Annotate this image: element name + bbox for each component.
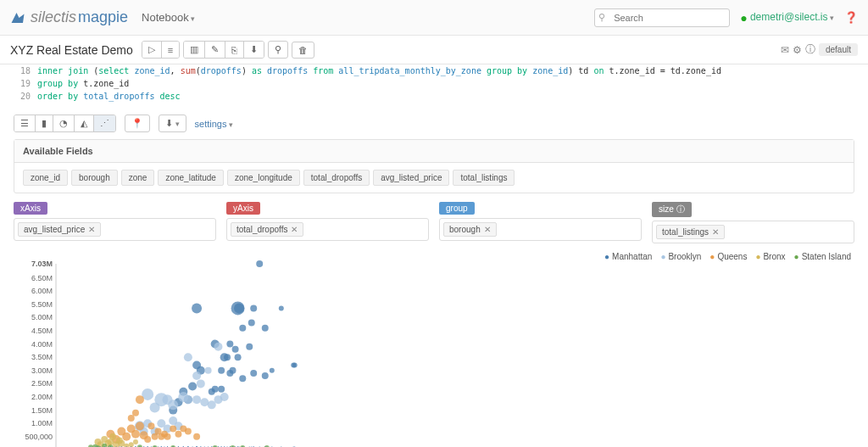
run-all-button[interactable]: ≡ <box>161 42 179 58</box>
svg-point-117 <box>208 400 216 409</box>
size-encoding: size ⓘ total_listings✕ <box>652 202 854 243</box>
copy-button[interactable]: ⎘ <box>225 42 243 58</box>
search-input[interactable] <box>594 8 730 27</box>
svg-point-187 <box>193 433 200 440</box>
encodings-row: xAxis avg_listed_price✕ yAxis total_drop… <box>0 202 868 252</box>
field-tag[interactable]: total_dropoffs <box>303 170 370 186</box>
x-axis-dropzone[interactable]: avg_listed_price✕ <box>14 218 216 241</box>
user-menu[interactable]: ● demetri@silect.is <box>740 11 834 25</box>
svg-point-81 <box>262 372 269 379</box>
svg-point-75 <box>235 354 242 360</box>
info-icon[interactable]: ⓘ <box>805 42 815 57</box>
svg-point-143 <box>214 343 222 351</box>
field-tag[interactable]: zone <box>121 170 155 186</box>
columns-button[interactable]: ▥ <box>184 42 204 58</box>
svg-text:2.50M: 2.50M <box>31 379 53 388</box>
svg-point-167 <box>147 422 154 429</box>
svg-text:1.00M: 1.00M <box>31 419 53 427</box>
remove-icon[interactable]: ✕ <box>712 227 719 237</box>
svg-point-67 <box>218 386 225 393</box>
remove-icon[interactable]: ✕ <box>484 225 491 234</box>
legend-staten-island[interactable]: Staten Island <box>794 252 851 261</box>
legend-queens[interactable]: Queens <box>709 252 747 261</box>
field-tag[interactable]: avg_listed_price <box>373 170 449 186</box>
y-axis-chip[interactable]: total_dropoffs✕ <box>231 222 303 237</box>
svg-point-147 <box>184 353 192 361</box>
svg-point-211 <box>118 440 125 447</box>
remove-icon[interactable]: ✕ <box>88 225 95 234</box>
notebook-title: XYZ Real Estate Demo <box>10 43 133 57</box>
app-header: silectismagpie Notebook ⚲ ● demetri@sile… <box>0 0 868 36</box>
remove-icon[interactable]: ✕ <box>291 225 298 234</box>
search-icon: ⚲ <box>598 12 605 23</box>
svg-point-79 <box>250 370 257 377</box>
svg-text:7.03M: 7.03M <box>31 260 53 268</box>
brand-logo: silectismagpie <box>10 8 128 26</box>
sql-editor[interactable]: 18inner join (select zone_id, sum(dropof… <box>0 64 868 108</box>
brand-text-prefix: silectis <box>31 8 76 26</box>
search-cells-button[interactable]: ⚲ <box>268 41 288 59</box>
notebook-dropdown[interactable]: Notebook <box>142 11 195 24</box>
viz-scatter-button[interactable]: ⋰ <box>93 115 115 131</box>
field-tag[interactable]: zone_id <box>23 170 68 186</box>
scatter-chart: Manhattan Brooklyn Queens Bronx Staten I… <box>14 252 854 447</box>
group-chip[interactable]: borough✕ <box>443 222 497 237</box>
edit-button[interactable]: ✎ <box>204 42 225 58</box>
legend-bronx[interactable]: Bronx <box>755 252 785 261</box>
y-axis-dropzone[interactable]: total_dropoffs✕ <box>226 218 429 241</box>
schema-badge[interactable]: default <box>819 43 858 56</box>
run-group: ▷ ≡ <box>142 41 180 59</box>
svg-point-71 <box>230 367 236 374</box>
delete-button[interactable]: 🗑 <box>292 42 314 59</box>
legend-brooklyn[interactable]: Brooklyn <box>660 252 701 261</box>
svg-point-161 <box>136 422 144 430</box>
group-dropzone[interactable]: borough✕ <box>439 218 642 241</box>
svg-point-87 <box>292 363 298 368</box>
svg-point-155 <box>122 433 131 441</box>
svg-point-73 <box>232 346 239 353</box>
viz-export-button[interactable]: ⬇ <box>159 115 186 132</box>
svg-text:4.50M: 4.50M <box>31 327 53 335</box>
x-axis-encoding: xAxis avg_listed_price✕ <box>14 202 216 243</box>
viz-pie-button[interactable]: ◔ <box>53 115 74 131</box>
svg-point-51 <box>250 305 257 311</box>
run-button[interactable]: ▷ <box>142 42 161 58</box>
svg-text:4.00M: 4.00M <box>31 340 53 349</box>
svg-point-83 <box>270 368 275 373</box>
svg-text:5.00M: 5.00M <box>31 313 53 321</box>
y-axis-encoding: yAxis total_dropoffs✕ <box>226 202 429 243</box>
svg-point-107 <box>168 400 178 410</box>
size-chip[interactable]: total_listings✕ <box>656 225 725 239</box>
field-tag[interactable]: zone_longitude <box>227 170 300 186</box>
svg-point-49 <box>248 320 255 327</box>
x-axis-chip[interactable]: avg_listed_price✕ <box>18 222 101 237</box>
svg-point-177 <box>164 433 171 440</box>
size-dropzone[interactable]: total_listings✕ <box>652 221 854 243</box>
group-label: group <box>439 202 475 215</box>
help-icon[interactable]: ❓ <box>844 11 858 24</box>
mail-icon[interactable]: ✉ <box>781 44 789 56</box>
legend-manhattan[interactable]: Manhattan <box>604 252 652 261</box>
download-button[interactable]: ⬇ <box>243 42 264 58</box>
field-tag[interactable]: borough <box>71 170 118 186</box>
field-tag[interactable]: zone_latitude <box>158 170 224 186</box>
field-tag[interactable]: total_listings <box>453 170 515 186</box>
chart-svg: 14,093500,0001.00M1.50M2.00M2.50M3.00M3.… <box>14 252 854 447</box>
svg-text:1.50M: 1.50M <box>31 406 53 415</box>
viz-bar-button[interactable]: ▮ <box>35 115 53 131</box>
viz-toolbar: ☰ ▮ ◔ ◭ ⋰ 📍 ⬇ settings <box>0 108 868 139</box>
group-encoding: group borough✕ <box>439 202 642 243</box>
x-axis-label: xAxis <box>14 202 47 215</box>
viz-map-button[interactable]: 📍 <box>125 115 150 132</box>
viz-table-button[interactable]: ☰ <box>14 115 35 131</box>
svg-point-63 <box>212 386 219 393</box>
svg-point-159 <box>131 430 140 439</box>
available-fields-panel: Available Fields zone_idboroughzonezone_… <box>14 139 854 193</box>
svg-point-113 <box>192 395 201 404</box>
viz-settings-link[interactable]: settings <box>195 119 233 129</box>
edit-group: ▥ ✎ ⎘ ⬇ <box>183 41 264 59</box>
gear-icon[interactable]: ⚙ <box>793 44 802 56</box>
svg-point-191 <box>132 410 139 416</box>
viz-area-button[interactable]: ◭ <box>74 115 93 131</box>
available-fields-title: Available Fields <box>14 140 854 163</box>
